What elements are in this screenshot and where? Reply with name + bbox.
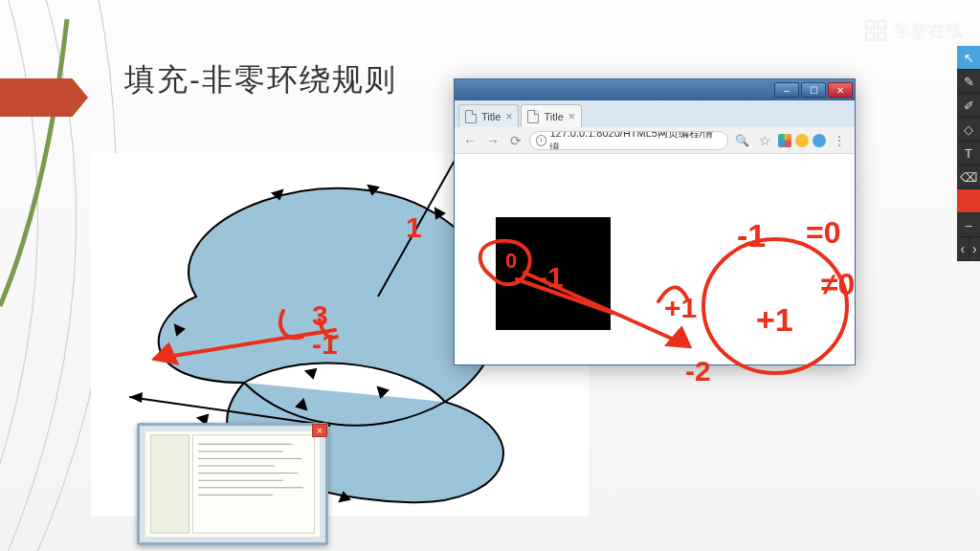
minimize-button[interactable]: –: [774, 82, 799, 98]
watermark-logo: 学堂在线: [865, 19, 963, 42]
window-titlebar[interactable]: – ☐ ✕: [455, 79, 855, 100]
browser-toolbar: ← → ⟳ i 127.0.0.1:8020/HTML5网页编程/情境... 🔍…: [455, 127, 855, 154]
slide-title: 填充-非零环绕规则: [124, 59, 397, 101]
stage: 填充-非零环绕规则: [0, 0, 980, 551]
menu-icon[interactable]: ⋮: [830, 131, 849, 150]
color-red[interactable]: [957, 189, 980, 213]
pen-tool[interactable]: ✎: [957, 70, 980, 94]
eraser-tool[interactable]: ⌫: [957, 165, 980, 189]
annotation-toolbox[interactable]: ↖ ✎ ✐ ◇ T ⌫ – ‹ ›: [957, 46, 980, 261]
browser-tab-1[interactable]: Title ×: [458, 104, 519, 127]
logo-text: 学堂在线: [894, 19, 963, 42]
forward-button[interactable]: →: [483, 131, 502, 150]
pager-tool[interactable]: ‹ ›: [957, 237, 980, 261]
page-icon: [527, 110, 539, 123]
highlighter-tool[interactable]: ✐: [957, 94, 980, 118]
logo-icon: [865, 20, 886, 41]
canvas-output-square: [496, 217, 611, 330]
svg-rect-2: [151, 435, 189, 533]
next-page-icon[interactable]: ›: [969, 237, 981, 260]
thumbnail-content: [145, 431, 320, 537]
url-text: 127.0.0.1:8020/HTML5网页编程/情境...: [549, 131, 722, 150]
thumbnail-close-button[interactable]: ×: [312, 424, 327, 437]
bookmark-icon[interactable]: ☆: [755, 131, 774, 150]
back-button[interactable]: ←: [460, 131, 479, 150]
tab-close-icon[interactable]: ×: [505, 110, 512, 123]
shape-tool[interactable]: ◇: [957, 118, 980, 142]
extension-icon-3[interactable]: [813, 134, 826, 147]
svg-rect-3: [192, 435, 314, 533]
browser-viewport: [456, 154, 854, 364]
browser-window[interactable]: – ☐ ✕ Title × Title × ← → ⟳ i 127.0.0.1:…: [454, 78, 856, 365]
thickness-tool[interactable]: –: [957, 213, 980, 237]
maximize-button[interactable]: ☐: [801, 82, 826, 98]
browser-tab-2[interactable]: Title ×: [521, 104, 581, 127]
tab-label: Title: [481, 111, 501, 122]
cursor-tool[interactable]: ↖: [957, 46, 980, 70]
accent-bar: [0, 78, 88, 117]
reload-button[interactable]: ⟳: [506, 131, 525, 150]
address-bar[interactable]: i 127.0.0.1:8020/HTML5网页编程/情境...: [529, 131, 728, 150]
search-icon[interactable]: 🔍: [732, 131, 751, 150]
tab-label: Title: [544, 111, 563, 122]
extension-icon-2[interactable]: [795, 134, 809, 147]
site-info-icon[interactable]: i: [536, 135, 546, 146]
window-close-button[interactable]: ✕: [828, 82, 853, 98]
prev-page-icon[interactable]: ‹: [957, 237, 969, 260]
taskbar-thumbnail[interactable]: ×: [137, 423, 328, 545]
text-tool[interactable]: T: [957, 142, 980, 165]
page-icon: [465, 110, 477, 123]
browser-tabs: Title × Title ×: [455, 100, 855, 127]
tab-close-icon[interactable]: ×: [568, 110, 575, 123]
extension-icon-1[interactable]: [778, 134, 791, 147]
